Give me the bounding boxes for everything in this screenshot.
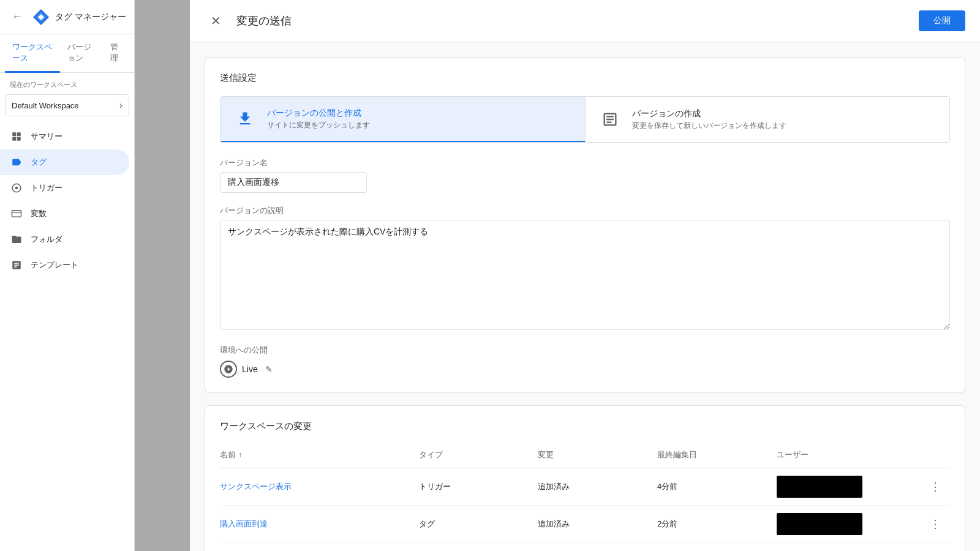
version-desc-label: バージョンの説明 bbox=[220, 205, 950, 216]
create-version-option[interactable]: バージョンの作成 変更を保存して新しいバージョンを作成します bbox=[585, 97, 950, 142]
env-live-icon bbox=[220, 361, 237, 378]
create-version-title: バージョンの作成 bbox=[632, 108, 786, 119]
sidebar-item-folders[interactable]: フォルダ bbox=[0, 227, 129, 252]
sidebar-item-templates[interactable]: テンプレート bbox=[0, 252, 129, 278]
row2-type: タグ bbox=[419, 519, 538, 530]
row1-date: 4分前 bbox=[657, 481, 777, 492]
row1-action: ⋮ bbox=[925, 477, 950, 497]
sidebar-item-triggers[interactable]: トリガー bbox=[0, 175, 129, 201]
workspace-changes-card: ワークスペースの変更 名前 ↑ タイプ 変更 最終編集日 ユーザー bbox=[205, 405, 965, 551]
create-version-icon bbox=[598, 107, 622, 132]
create-version-text: バージョンの作成 変更を保存して新しいバージョンを作成します bbox=[632, 108, 786, 131]
sidebar-item-variables[interactable]: 変数 bbox=[0, 201, 129, 227]
chevron-right-icon: › bbox=[119, 100, 123, 111]
sidebar-label-variables: 変数 bbox=[31, 208, 47, 219]
modal-title: 変更の送信 bbox=[236, 13, 919, 28]
version-name-input[interactable] bbox=[220, 172, 367, 193]
tab-workspace[interactable]: ワークスペース bbox=[5, 34, 60, 73]
publish-create-title: バージョンの公開と作成 bbox=[267, 108, 370, 119]
version-desc-textarea[interactable]: サンクスページが表示された際に購入CVを計測する bbox=[220, 220, 950, 330]
workspace-selector[interactable]: Default Workspace › bbox=[5, 94, 129, 116]
user-avatar bbox=[777, 476, 862, 498]
svg-rect-5 bbox=[12, 137, 16, 141]
user-avatar bbox=[777, 513, 862, 535]
submit-settings-title: 送信設定 bbox=[220, 72, 950, 84]
row2-change: 追加済み bbox=[538, 519, 657, 530]
row2-name-link[interactable]: 購入画面到達 bbox=[220, 519, 268, 530]
app-logo bbox=[32, 8, 50, 26]
sidebar-item-tags[interactable]: タグ bbox=[0, 149, 129, 175]
version-desc-group: バージョンの説明 サンクスページが表示された際に購入CVを計測する bbox=[220, 205, 950, 332]
table-header: 名前 ↑ タイプ 変更 最終編集日 ユーザー bbox=[220, 444, 950, 468]
sidebar-label-folders: フォルダ bbox=[31, 234, 62, 245]
summary-icon bbox=[10, 130, 23, 143]
row1-more-button[interactable]: ⋮ bbox=[925, 477, 945, 497]
submit-settings-card: 送信設定 バージョンの公開と作成 サイトに bbox=[205, 57, 965, 393]
col-header-user: ユーザー bbox=[777, 449, 925, 460]
workspace-changes-title: ワークスペースの変更 bbox=[220, 421, 950, 432]
workspace-name: Default Workspace bbox=[12, 101, 79, 110]
sidebar-item-summary[interactable]: サマリー bbox=[0, 124, 129, 149]
col-header-name[interactable]: 名前 ↑ bbox=[220, 449, 419, 460]
tab-admin[interactable]: 管理 bbox=[103, 34, 129, 73]
svg-rect-9 bbox=[12, 211, 21, 217]
env-name-label: Live bbox=[242, 364, 258, 374]
publish-create-option[interactable]: バージョンの公開と作成 サイトに変更をプッシュします bbox=[221, 97, 585, 142]
create-version-desc: 変更を保存して新しいバージョンを作成します bbox=[632, 121, 786, 131]
row1-change: 追加済み bbox=[538, 481, 657, 492]
sidebar-label-tags: タグ bbox=[31, 157, 47, 168]
submit-options: バージョンの公開と作成 サイトに変更をプッシュします bbox=[220, 96, 950, 143]
table-row: サンクスページ表示 トリガー 追加済み 4分前 ⋮ bbox=[220, 468, 950, 506]
svg-rect-4 bbox=[17, 132, 21, 136]
env-label: 環境への公開 bbox=[220, 345, 950, 356]
sidebar-header: ← タグ マネージャー bbox=[0, 0, 134, 34]
sort-icon[interactable]: ↑ bbox=[238, 451, 242, 459]
tab-version[interactable]: バージョン bbox=[60, 34, 104, 73]
row1-type: トリガー bbox=[419, 481, 538, 492]
sidebar-label-templates: テンプレート bbox=[31, 260, 78, 271]
publish-icon bbox=[233, 107, 257, 131]
row1-user bbox=[777, 476, 925, 498]
publish-create-desc: サイトに変更をプッシュします bbox=[267, 120, 370, 130]
sidebar: ← タグ マネージャー ワークスペース バージョン 管理 現在のワークスペース … bbox=[0, 0, 135, 551]
svg-point-8 bbox=[15, 187, 18, 190]
modal-close-button[interactable]: ✕ bbox=[205, 10, 227, 32]
templates-icon bbox=[10, 258, 23, 272]
back-button[interactable]: ← bbox=[7, 7, 27, 27]
tags-icon bbox=[10, 156, 23, 169]
publish-create-text: バージョンの公開と作成 サイトに変更をプッシュします bbox=[267, 108, 370, 130]
row2-name: 購入画面到達 bbox=[220, 519, 419, 530]
modal-body: 送信設定 バージョンの公開と作成 サイトに bbox=[190, 42, 980, 551]
modal-panel: ✕ 変更の送信 公開 送信設定 bbox=[190, 0, 980, 551]
row2-user bbox=[777, 513, 925, 535]
env-edit-icon[interactable]: ✎ bbox=[265, 364, 273, 374]
sidebar-label-summary: サマリー bbox=[31, 131, 62, 142]
col-header-change: 変更 bbox=[538, 449, 657, 460]
triggers-icon bbox=[10, 181, 23, 195]
env-row: Live ✎ bbox=[220, 361, 950, 378]
version-name-group: バージョン名 bbox=[220, 157, 950, 193]
variables-icon bbox=[10, 207, 23, 220]
col-header-action bbox=[925, 449, 950, 460]
main-tabs: ワークスペース バージョン 管理 bbox=[0, 34, 134, 73]
col-header-type: タイプ bbox=[419, 449, 538, 460]
svg-rect-3 bbox=[12, 132, 16, 136]
row2-more-button[interactable]: ⋮ bbox=[925, 514, 945, 534]
version-name-label: バージョン名 bbox=[220, 157, 950, 168]
col-header-date: 最終編集日 bbox=[657, 449, 777, 460]
table-row: 購入画面到達 タグ 追加済み 2分前 ⋮ bbox=[220, 506, 950, 543]
svg-rect-6 bbox=[17, 137, 21, 141]
workspace-label: 現在のワークスペース bbox=[0, 73, 134, 92]
row1-name-link[interactable]: サンクスページ表示 bbox=[220, 481, 292, 492]
sidebar-label-triggers: トリガー bbox=[31, 182, 62, 193]
main-area: タグ ✕ 変更の送信 公開 送信設定 bbox=[135, 0, 980, 551]
publish-button[interactable]: 公開 bbox=[919, 10, 965, 31]
modal-overlay: ✕ 変更の送信 公開 送信設定 bbox=[135, 0, 980, 551]
row1-name: サンクスページ表示 bbox=[220, 481, 419, 492]
row2-date: 2分前 bbox=[657, 519, 777, 530]
sidebar-nav: サマリー タグ トリガー 変数 フォルダ bbox=[0, 124, 134, 278]
env-section: 環境への公開 Live ✎ bbox=[220, 345, 950, 378]
app-title: タグ マネージャー bbox=[55, 12, 126, 23]
row2-action: ⋮ bbox=[925, 514, 950, 534]
modal-header: ✕ 変更の送信 公開 bbox=[190, 0, 980, 42]
